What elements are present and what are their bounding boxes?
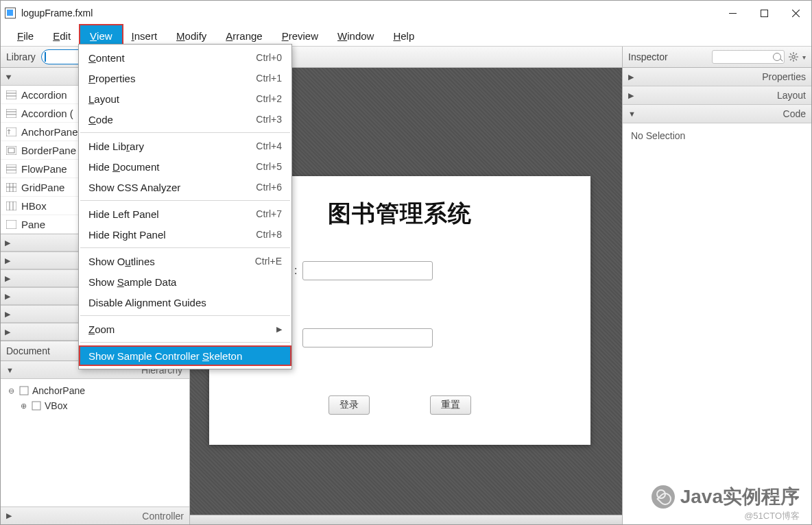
menu-help[interactable]: Help bbox=[383, 25, 424, 46]
svg-rect-14 bbox=[6, 109, 16, 118]
svg-line-7 bbox=[790, 53, 791, 55]
inspector-search[interactable] bbox=[712, 50, 785, 64]
inspector-label: Inspector bbox=[628, 51, 668, 62]
menu-arrange[interactable]: Arrange bbox=[216, 25, 272, 46]
login-button[interactable]: 登录 bbox=[329, 395, 370, 415]
menu-item[interactable]: Hide Left PanelCtrl+7 bbox=[79, 204, 291, 224]
app-icon bbox=[5, 8, 16, 19]
svg-line-9 bbox=[796, 53, 797, 55]
svg-rect-1 bbox=[761, 10, 767, 16]
menu-item[interactable]: Show Sample Controller Skeleton bbox=[79, 345, 291, 366]
controller-label: Controller bbox=[142, 511, 184, 522]
inspector-panel: ▶Properties▶Layout▼Code No Selection bbox=[622, 68, 811, 524]
svg-rect-32 bbox=[20, 387, 28, 395]
chevron-down-icon: ▾ bbox=[802, 53, 806, 61]
menu-item[interactable]: Hide LibraryCtrl+4 bbox=[79, 136, 291, 156]
inspector-body: No Selection bbox=[623, 123, 811, 524]
svg-rect-20 bbox=[6, 164, 16, 173]
menu-item[interactable]: PropertiesCtrl+1 bbox=[79, 68, 291, 88]
menu-item[interactable]: Show CSS AnalyzerCtrl+6 bbox=[79, 177, 291, 197]
menu-insert[interactable]: Insert bbox=[122, 25, 167, 46]
inspector-section-code[interactable]: ▼Code bbox=[623, 105, 811, 123]
titlebar: logupFrame.fxml bbox=[1, 1, 811, 25]
menu-file[interactable]: File bbox=[8, 25, 43, 46]
search-icon bbox=[773, 53, 781, 61]
menu-item[interactable]: ContentCtrl+0 bbox=[79, 47, 291, 68]
hierarchy-tree: ⊖AnchorPane⊕VBox bbox=[1, 379, 189, 506]
maximize-button[interactable] bbox=[748, 3, 780, 23]
view-menu-dropdown: ContentCtrl+0PropertiesCtrl+1LayoutCtrl+… bbox=[78, 44, 292, 369]
inspector-section-properties[interactable]: ▶Properties bbox=[623, 68, 811, 86]
inspector-section-layout[interactable]: ▶Layout bbox=[623, 86, 811, 105]
menubar: FileEditViewInsertModifyArrangePreviewWi… bbox=[1, 25, 811, 46]
horizontal-scrollbar[interactable] bbox=[190, 515, 622, 524]
menu-edit[interactable]: Edit bbox=[43, 25, 80, 46]
menu-item[interactable]: Zoom▶ bbox=[79, 319, 291, 339]
svg-rect-11 bbox=[6, 90, 16, 99]
library-label: Library bbox=[6, 51, 36, 62]
username-input[interactable] bbox=[302, 261, 433, 280]
svg-rect-27 bbox=[6, 202, 16, 210]
svg-line-8 bbox=[796, 59, 797, 60]
svg-rect-17 bbox=[6, 127, 16, 136]
menu-item[interactable]: Show Sample Data bbox=[79, 271, 291, 292]
menu-preview[interactable]: Preview bbox=[272, 25, 328, 46]
menu-item[interactable]: Disable Alignment Guides bbox=[79, 292, 291, 313]
close-button[interactable] bbox=[780, 3, 811, 23]
tree-node[interactable]: ⊕VBox bbox=[3, 398, 187, 413]
menu-item[interactable]: Hide DocumentCtrl+5 bbox=[79, 156, 291, 177]
password-input[interactable] bbox=[302, 328, 433, 347]
document-label: Document bbox=[6, 345, 50, 356]
svg-line-10 bbox=[790, 59, 791, 60]
minimize-button[interactable] bbox=[717, 3, 748, 23]
svg-point-2 bbox=[792, 56, 795, 58]
menu-item[interactable]: CodeCtrl+3 bbox=[79, 109, 291, 130]
menu-item[interactable]: Hide Right PanelCtrl+8 bbox=[79, 224, 291, 245]
credit: @51CTO博客 bbox=[744, 510, 800, 522]
menu-item[interactable]: Show OutlinesCtrl+E bbox=[79, 251, 291, 271]
controller-header[interactable]: ▶ Controller bbox=[1, 506, 189, 524]
svg-rect-33 bbox=[32, 402, 40, 410]
menu-item[interactable]: LayoutCtrl+2 bbox=[79, 88, 291, 109]
gear-icon[interactable] bbox=[789, 52, 798, 62]
menu-modify[interactable]: Modify bbox=[167, 25, 216, 46]
svg-rect-30 bbox=[6, 220, 16, 229]
svg-rect-0 bbox=[729, 13, 737, 14]
menu-window[interactable]: Window bbox=[328, 25, 383, 46]
svg-rect-18 bbox=[6, 146, 16, 155]
menu-view[interactable]: View bbox=[80, 25, 122, 46]
window-title: logupFrame.fxml bbox=[21, 8, 93, 19]
tree-node[interactable]: ⊖AnchorPane bbox=[3, 383, 187, 398]
reset-button[interactable]: 重置 bbox=[430, 395, 471, 415]
svg-rect-19 bbox=[8, 148, 14, 153]
